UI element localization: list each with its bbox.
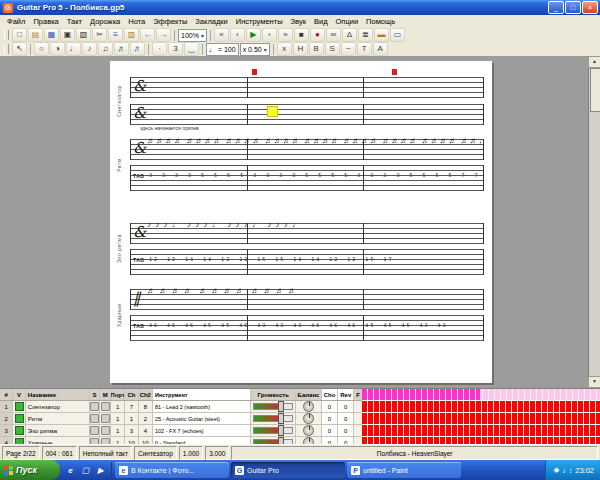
volume-handle[interactable] <box>278 401 284 412</box>
stop-icon[interactable]: ■ <box>294 28 309 42</box>
print-icon[interactable]: ▣ <box>60 28 75 42</box>
tie-icon[interactable]: ‿ <box>184 42 199 56</box>
volume-slider[interactable] <box>251 401 296 412</box>
notation-staff[interactable]: ‖ ♬ ♬ ♬ ♬ ♬ ♬ ♬ ♬ ♬ ♬ ♬ ♬ <box>130 289 484 310</box>
eighth-note-icon[interactable]: ♪ <box>82 42 97 56</box>
measure-grid-row[interactable] <box>362 425 600 437</box>
scroll-down-icon[interactable]: ▼ <box>588 376 600 388</box>
new-icon[interactable]: □ <box>12 28 27 42</box>
chord-diagram-icon[interactable]: A <box>373 42 388 56</box>
antivirus-tray-icon[interactable]: ◆ <box>554 466 559 474</box>
track-port[interactable]: 1 <box>111 413 125 424</box>
menu-item[interactable]: Дорожка <box>86 16 124 27</box>
track-channel[interactable]: 7 <box>125 401 138 412</box>
menu-item[interactable]: Нота <box>124 16 149 27</box>
network-tray-icon[interactable]: ↕ <box>569 467 573 474</box>
section-marker[interactable] <box>252 69 257 75</box>
track-color-chip[interactable] <box>13 413 25 424</box>
close-button[interactable]: × <box>582 1 598 14</box>
balance-knob[interactable] <box>296 425 322 436</box>
taskbar-task[interactable]: G Guitar Pro <box>231 462 345 478</box>
copy-icon[interactable]: ≡ <box>108 28 123 42</box>
reverb-value[interactable]: 0 <box>338 401 354 412</box>
menu-item[interactable]: Такт <box>63 16 86 27</box>
text-note-icon[interactable]: T <box>357 42 372 56</box>
phaser-value[interactable] <box>354 413 362 424</box>
hammer-on-icon[interactable]: H <box>293 42 308 56</box>
chorus-value[interactable]: 0 <box>322 413 338 424</box>
track-color-chip[interactable] <box>13 425 25 436</box>
menu-item[interactable]: Правка <box>29 16 62 27</box>
notation-staff[interactable]: & ♪ ♪ ♪ ♩ ♪ ♪ ♪ ♩ ♪ ♪ ♪ ♩ ♪ ♪ ♪ ♩ <box>130 223 484 244</box>
balance-knob[interactable] <box>296 401 322 412</box>
mixer-track-row[interactable]: 1 Синтезатор 1 7 8 81 - Lead 2 (sawtooth… <box>0 401 362 413</box>
track-name[interactable]: Синтезатор <box>26 401 90 412</box>
open-icon[interactable]: ▤ <box>28 28 43 42</box>
mute-toggle[interactable] <box>100 413 111 424</box>
save-icon[interactable]: ▦ <box>44 28 59 42</box>
track-port[interactable]: 1 <box>111 425 125 436</box>
next-measure-icon[interactable]: › <box>262 28 277 42</box>
value-box-2[interactable]: 3.000 <box>205 446 229 460</box>
track-number[interactable]: 2 <box>0 413 13 424</box>
start-button[interactable]: Пуск <box>0 460 60 480</box>
track-instrument[interactable]: 81 - Lead 2 (sawtooth) <box>153 401 251 412</box>
dead-note-icon[interactable]: x <box>277 42 292 56</box>
track-channel2[interactable]: 8 <box>139 401 153 412</box>
tempo-field[interactable]: ♩ = 100 <box>206 43 239 56</box>
phaser-value[interactable] <box>354 425 362 436</box>
section-marker[interactable] <box>392 69 397 75</box>
scroll-thumb[interactable] <box>590 68 600 112</box>
toolbar-grip[interactable] <box>4 30 9 40</box>
tab-staff[interactable]: TAB 3 3 3 3 5 5 5 5 3 3 3 3 5 5 5 5 3 3 … <box>130 165 484 191</box>
chorus-value[interactable]: 0 <box>322 425 338 436</box>
thirtysecond-note-icon[interactable]: ♬ <box>114 42 129 56</box>
redo-icon[interactable]: → <box>156 28 171 42</box>
notation-staff[interactable]: & ♬♬♬♬ ♬♬♬♬ ♬♬♬♬ ♬♬♬♬ ♬♬♬♬ ♬♬♬♬ ♬♬♬♬ ♬♬♬… <box>130 139 484 160</box>
minimize-button[interactable]: _ <box>548 1 564 14</box>
show-desktop-icon[interactable]: ▢ <box>79 464 92 477</box>
sixtyfourth-note-icon[interactable]: ♬ <box>130 42 145 56</box>
prev-measure-icon[interactable]: ‹ <box>230 28 245 42</box>
solo-toggle[interactable] <box>90 425 101 436</box>
mute-toggle[interactable] <box>100 425 111 436</box>
reverb-value[interactable]: 0 <box>338 413 354 424</box>
duration-scale-select[interactable]: x 0.50 ▾ <box>240 43 270 56</box>
menu-item[interactable]: Закладки <box>191 16 231 27</box>
media-player-icon[interactable]: ▶ <box>94 464 107 477</box>
score-page[interactable]: Синтезатор & & здесь начинается припев Р… <box>110 61 492 383</box>
tab-staff[interactable]: TAB 12 12 14 14 12 12 15 15 14 14 12 12 … <box>130 249 484 275</box>
whole-note-icon[interactable]: ○ <box>34 42 49 56</box>
metronome-icon[interactable]: Δ <box>342 28 357 42</box>
measure-grid[interactable] <box>362 389 600 445</box>
measure-grid-row[interactable] <box>362 401 600 413</box>
solo-toggle[interactable] <box>90 413 101 424</box>
vibrato-icon[interactable]: ~ <box>341 42 356 56</box>
triplet-icon[interactable]: 3 <box>168 42 183 56</box>
value-box-1[interactable]: 1.000 <box>179 446 203 460</box>
taskbar-task[interactable]: e В Контакте | Фото... <box>115 462 229 478</box>
paste-icon[interactable]: ▥ <box>124 28 139 42</box>
measure-selection[interactable] <box>362 389 480 400</box>
slide-icon[interactable]: S <box>325 42 340 56</box>
cut-icon[interactable]: ✂ <box>92 28 107 42</box>
balance-knob[interactable] <box>296 413 322 424</box>
track-channel2[interactable]: 2 <box>139 413 153 424</box>
pointer-icon[interactable]: ↖ <box>12 42 27 56</box>
loop-icon[interactable]: ∞ <box>326 28 341 42</box>
track-port[interactable]: 1 <box>111 401 125 412</box>
track-number[interactable]: 1 <box>0 401 13 412</box>
track-instrument[interactable]: 102 - FX 7 (echoes) <box>153 425 251 436</box>
volume-slider[interactable] <box>251 413 296 424</box>
menu-item[interactable]: Опции <box>332 16 363 27</box>
half-note-icon[interactable]: ◑ <box>50 42 65 56</box>
sixteenth-note-icon[interactable]: ♫ <box>98 42 113 56</box>
print-preview-icon[interactable]: ▧ <box>76 28 91 42</box>
record-icon[interactable]: ● <box>310 28 325 42</box>
track-color-chip[interactable] <box>13 401 25 412</box>
play-icon[interactable]: ▶ <box>246 28 261 42</box>
mixer-track-row[interactable]: 3 Эхо ритма 1 3 4 102 - FX 7 (echoes) 0 … <box>0 425 362 437</box>
score-scrollbar[interactable]: ▲ ▼ <box>588 56 600 388</box>
track-name[interactable]: Ритм <box>26 413 90 424</box>
score-area[interactable]: Синтезатор & & здесь начинается припев Р… <box>0 56 600 388</box>
